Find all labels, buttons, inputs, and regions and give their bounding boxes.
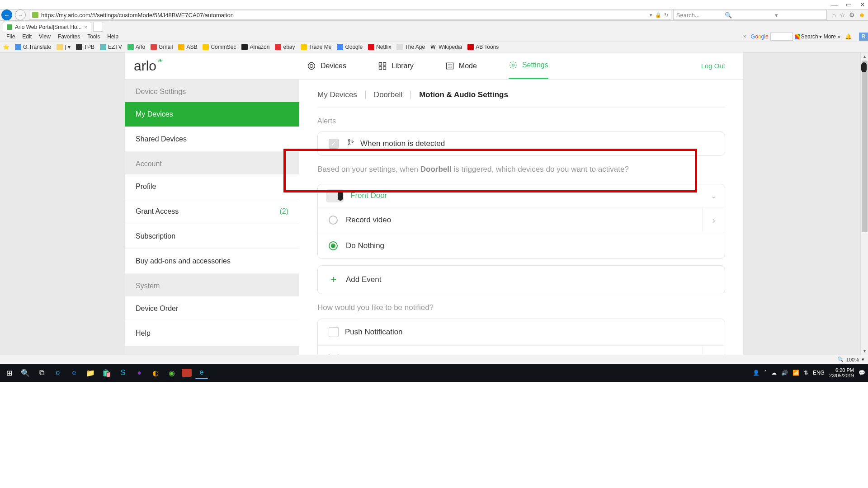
new-tab-button[interactable] <box>93 22 103 32</box>
search-dropdown-icon[interactable]: ▾ <box>775 12 823 19</box>
bookmark-theage[interactable]: The Age <box>396 44 425 50</box>
browser-tab[interactable]: Arlo Web Portal|Smart Ho... × <box>3 22 91 32</box>
more-button[interactable]: More » <box>824 33 840 40</box>
bookmark-gtranslate[interactable]: G.Translate <box>15 44 51 50</box>
tray-clock[interactable]: 6:20 PM 23/05/2019 <box>829 367 854 378</box>
bookmark-abtoons[interactable]: AB Toons <box>467 44 499 50</box>
zoom-dropdown-icon[interactable]: ▾ <box>862 357 864 362</box>
sidebar-item-subscription[interactable]: Subscription <box>125 224 299 249</box>
browser-search-box[interactable]: Search... 🔍 ▾ <box>673 10 827 20</box>
bookmark-wikipedia[interactable]: WWikipedia <box>430 44 462 50</box>
nav-mode[interactable]: Mode <box>445 52 477 79</box>
minimize-button[interactable]: — <box>831 1 838 8</box>
taskbar-app2-icon[interactable] <box>182 369 192 377</box>
menu-tools[interactable]: Tools <box>85 33 103 41</box>
bookmark-commsec[interactable]: CommSec <box>203 44 236 50</box>
bookmark-ebay[interactable]: ebay <box>275 44 295 50</box>
taskbar-edge-icon[interactable]: e <box>68 366 80 379</box>
chevron-down-icon[interactable]: ⌄ <box>711 192 717 200</box>
bookmark-folder[interactable]: | ▾ <box>57 44 70 50</box>
taskbar-ie-icon[interactable]: e <box>52 366 64 379</box>
bookmark-tpb[interactable]: TPB <box>76 44 94 50</box>
tray-volume-icon[interactable]: 🔊 <box>781 370 788 376</box>
refresh-button[interactable]: ↻ <box>664 12 668 18</box>
sidebar-item-my-devices[interactable]: My Devices <box>125 102 299 127</box>
tray-chevron-icon[interactable]: ˄ <box>764 370 767 376</box>
nav-settings[interactable]: Settings <box>509 52 548 79</box>
menu-view[interactable]: View <box>36 33 53 41</box>
bookmark-trademe[interactable]: Trade Me <box>301 44 332 50</box>
bookmark-asb[interactable]: ASB <box>178 44 197 50</box>
breadcrumb-doorbell[interactable]: Doorbell <box>374 90 402 99</box>
sidebar-item-help[interactable]: Help <box>125 321 299 346</box>
bookmark-arlo[interactable]: Arlo <box>127 44 145 50</box>
menu-file[interactable]: File <box>4 33 18 41</box>
menu-help[interactable]: Help <box>104 33 121 41</box>
sidebar-item-device-order[interactable]: Device Order <box>125 296 299 321</box>
option-record-video[interactable]: Record video › <box>318 207 725 233</box>
close-window-button[interactable]: ✕ <box>860 1 865 8</box>
sidebar-item-profile[interactable]: Profile <box>125 174 299 199</box>
start-button[interactable]: ⊞ <box>3 366 15 379</box>
motion-checkbox[interactable]: ✓ <box>329 139 339 149</box>
email-checkbox[interactable]: ✓ <box>329 354 339 355</box>
url-text[interactable]: https://my.arlo.com/#/settings/customMod… <box>41 12 647 19</box>
tray-onedrive-icon[interactable]: ☁ <box>771 370 777 376</box>
sidebar-item-shared-devices[interactable]: Shared Devices <box>125 127 299 152</box>
zoom-level[interactable]: 100% <box>846 357 859 362</box>
task-view-icon[interactable]: ⧉ <box>35 366 48 379</box>
chevron-right-icon[interactable]: › <box>702 207 725 233</box>
back-button[interactable]: ← <box>1 9 12 20</box>
chevron-right-icon[interactable]: › <box>702 346 725 355</box>
url-box[interactable]: https://my.arlo.com/#/settings/customMod… <box>29 10 671 20</box>
nav-library[interactable]: Library <box>378 52 414 79</box>
tools-icon[interactable]: ⚙ <box>849 11 855 19</box>
sidebar-item-addons[interactable]: Buy add-ons and accessories <box>125 249 299 274</box>
menu-favorites[interactable]: Favorites <box>55 33 83 41</box>
taskbar-app1-icon[interactable]: ◐ <box>149 366 162 379</box>
user-avatar[interactable]: R <box>859 33 868 41</box>
taskbar-viber-icon[interactable]: ● <box>133 366 146 379</box>
nav-devices[interactable]: Devices <box>307 52 346 79</box>
google-search-dropdown[interactable]: Search ▾ <box>795 33 822 40</box>
scrollbar-thumb[interactable] <box>862 61 868 232</box>
radio-record-video[interactable] <box>329 216 338 225</box>
taskbar-search-icon[interactable]: 🔍 <box>19 366 32 379</box>
arlo-logo[interactable]: arlo❧ <box>134 58 162 74</box>
bookmark-eztv[interactable]: EZTV <box>100 44 122 50</box>
scrollbar-up-arrow[interactable]: ▴ <box>861 52 868 60</box>
toolbar-close-icon[interactable]: × <box>743 33 746 40</box>
url-dropdown-icon[interactable]: ▾ <box>650 12 652 18</box>
page-scrollbar[interactable]: ▴ ▾ <box>860 52 868 355</box>
tab-close-button[interactable]: × <box>85 24 87 30</box>
push-checkbox[interactable]: ✓ <box>329 327 339 337</box>
breadcrumb-my-devices[interactable]: My Devices <box>317 90 357 99</box>
bookmark-amazon[interactable]: Amazon <box>241 44 269 50</box>
taskbar-skype-icon[interactable]: S <box>117 366 129 379</box>
bookmark-google[interactable]: Google <box>337 44 363 50</box>
taskbar-store-icon[interactable]: 🛍️ <box>100 366 113 379</box>
sidebar-item-grant-access[interactable]: Grant Access(2) <box>125 199 299 224</box>
tray-action-center-icon[interactable]: 💬 <box>859 370 865 376</box>
bookmark-gmail[interactable]: Gmail <box>151 44 173 50</box>
email-alert-row[interactable]: ✓ Send email alert › <box>318 346 725 355</box>
feedback-icon[interactable]: ☻ <box>859 11 865 19</box>
taskbar-explorer-icon[interactable]: 📁 <box>84 366 97 379</box>
logout-link[interactable]: Log Out <box>701 62 725 70</box>
tray-network-icon[interactable]: ⇅ <box>804 370 808 376</box>
google-toolbar-input[interactable] <box>770 33 793 41</box>
radio-do-nothing[interactable] <box>329 241 338 250</box>
home-icon[interactable]: ⌂ <box>832 11 836 19</box>
zoom-icon[interactable]: 🔍 <box>837 357 844 362</box>
menu-edit[interactable]: Edit <box>19 33 34 41</box>
notification-bell-icon[interactable]: 🔔 <box>845 33 852 40</box>
add-favorite-icon[interactable]: ⭐ <box>3 44 9 50</box>
forward-button[interactable]: → <box>15 9 26 20</box>
tray-language[interactable]: ENG <box>813 370 825 376</box>
add-event-card[interactable]: + Add Event <box>317 265 725 294</box>
push-notification-row[interactable]: ✓ Push Notification <box>318 319 725 346</box>
tray-people-icon[interactable]: 👤 <box>753 370 760 376</box>
taskbar-utp-icon[interactable]: ◉ <box>165 366 178 379</box>
scrollbar-down-arrow[interactable]: ▾ <box>861 347 868 355</box>
search-icon[interactable]: 🔍 <box>725 12 773 19</box>
